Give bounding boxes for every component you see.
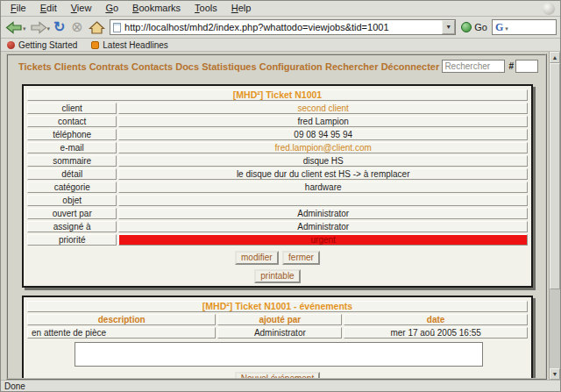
menu-go[interactable]: Go (98, 2, 125, 15)
new-event-button[interactable]: Nouvel événement (235, 372, 320, 380)
bookmarks-toolbar: Getting Started Latest Headlines (1, 39, 560, 52)
menu-tools[interactable]: Tools (188, 2, 224, 15)
back-button[interactable]: ▾ (4, 19, 29, 36)
close-ticket-button[interactable]: fermer (282, 251, 320, 265)
modify-button[interactable]: modifier (235, 251, 279, 265)
web-search-input[interactable] (512, 23, 547, 32)
bookmark-icon (7, 41, 15, 49)
go-icon (461, 22, 472, 32)
priority-value: urgent (118, 234, 528, 246)
row-value: Administrator (118, 208, 528, 219)
nav-statistiques[interactable]: Statistiques (202, 61, 256, 72)
site-navigation: Tickets Clients Contrats Contacts Docs S… (8, 55, 545, 76)
events-table: [MHD²] Ticket N1001 - événements descrip… (25, 299, 529, 340)
scrollbar-track[interactable] (550, 289, 560, 368)
content-viewport: Tickets Clients Contrats Contacts Docs S… (1, 52, 560, 380)
row-value: hardware (118, 182, 528, 193)
page-frame: Tickets Clients Contrats Contacts Docs S… (6, 53, 547, 380)
nav-contrats[interactable]: Contrats (89, 61, 129, 72)
events-title: [MHD²] Ticket N1001 - événements (27, 301, 528, 312)
back-arrow-icon (5, 20, 23, 35)
menu-edit[interactable]: Edit (33, 2, 64, 15)
forward-dropdown-icon[interactable]: ▾ (47, 25, 51, 32)
menu-help[interactable]: Help (224, 2, 259, 15)
nav-rechercher[interactable]: Rechercher (325, 61, 379, 72)
menu-view[interactable]: View (64, 2, 99, 15)
row-label: e-mail (27, 142, 117, 153)
row-label: téléphone (27, 129, 117, 140)
table-row: prioritéurgent (27, 234, 528, 246)
address-url[interactable]: http://localhost/mhd2/index.php?whattodo… (124, 22, 442, 32)
web-search-box[interactable]: G ▾ (492, 19, 557, 35)
forward-button[interactable]: ▾ (29, 19, 53, 36)
stop-button[interactable]: ⊗ (70, 19, 88, 35)
row-value (118, 195, 528, 206)
status-text: Done (4, 381, 25, 391)
bookmark-latest-headlines[interactable]: Latest Headlines (91, 40, 168, 50)
back-dropdown-icon[interactable]: ▾ (23, 25, 26, 32)
bookmark-label: Latest Headlines (103, 40, 168, 50)
vertical-scrollbar[interactable]: ▲ ▼ (549, 52, 560, 380)
event-date: mer 17 aoû 2005 16:55 (344, 327, 528, 339)
menu-file[interactable]: File (4, 2, 33, 15)
events-header-row: description ajouté par date (27, 314, 528, 325)
go-button[interactable]: Go (459, 22, 492, 32)
browser-window: File Edit View Go Bookmarks Tools Help ▾… (0, 0, 561, 392)
forward-arrow-icon (30, 20, 47, 35)
row-label: priorité (27, 234, 117, 246)
printable-button[interactable]: printable (254, 269, 300, 283)
ticket-actions: modifier fermer (25, 247, 529, 266)
row-label: ouvert par (27, 208, 117, 219)
table-row: catégoriehardware (27, 182, 528, 193)
home-icon (89, 20, 105, 35)
table-row: détaille disque dur du client est HS -> … (27, 168, 528, 180)
go-label: Go (474, 22, 487, 32)
ticket-number-label: # (508, 61, 514, 71)
menu-bookmarks[interactable]: Bookmarks (125, 2, 188, 15)
web-page: Tickets Clients Contrats Contacts Docs S… (1, 52, 549, 380)
email-link[interactable]: fred.lampion@client.com (118, 142, 528, 153)
nav-configuration[interactable]: Configuration (259, 61, 323, 72)
nav-tickets[interactable]: Tickets (18, 61, 52, 72)
row-value: disque HS (118, 155, 528, 167)
row-value: 09 08 94 95 94 (118, 129, 528, 140)
site-search-input[interactable] (442, 60, 505, 73)
column-description: description (27, 314, 216, 325)
table-row: téléphone09 08 94 95 94 (27, 129, 528, 140)
address-bar[interactable]: http://localhost/mhd2/index.php?whattodo… (110, 19, 456, 35)
ticket-number-input[interactable] (515, 60, 538, 73)
scroll-up-icon[interactable]: ▲ (550, 52, 560, 63)
search-engine-dropdown-icon[interactable]: ▾ (505, 25, 508, 32)
nav-docs[interactable]: Docs (175, 61, 199, 72)
reload-button[interactable]: ↻ (53, 19, 70, 35)
column-date: date (344, 314, 528, 325)
throbber-icon (543, 3, 555, 15)
table-row: e-mailfred.lampion@client.com (27, 142, 528, 153)
table-row: objet (27, 195, 528, 206)
row-value: le disque dur du client est HS -> à remp… (118, 168, 528, 180)
row-label: sommaire (27, 155, 117, 167)
google-logo-icon: G (495, 21, 503, 34)
nav-contacts[interactable]: Contacts (131, 61, 173, 72)
bookmark-label: Getting Started (18, 40, 77, 50)
table-row: clientsecond client (27, 103, 528, 114)
table-row: assigné àAdministrator (27, 221, 528, 232)
column-added-by: ajouté par (217, 314, 342, 325)
row-label: catégorie (27, 182, 117, 193)
nav-deconnecter[interactable]: Déconnecter (381, 61, 440, 72)
scroll-down-icon[interactable]: ▼ (550, 368, 560, 380)
home-button[interactable] (88, 19, 106, 36)
bookmark-getting-started[interactable]: Getting Started (7, 40, 77, 50)
ticket-title: [MHD²] Ticket N1001 (27, 89, 528, 101)
address-dropdown-icon[interactable]: ▼ (442, 20, 455, 34)
event-description: en attente de pièce (27, 327, 216, 339)
status-bar: Done (1, 380, 560, 391)
live-bookmark-icon (91, 41, 99, 49)
row-value: fred Lampion (118, 116, 528, 127)
row-value: Administrator (118, 221, 528, 232)
new-event-textarea[interactable] (75, 342, 483, 367)
scrollbar-thumb[interactable] (550, 63, 560, 289)
nav-clients[interactable]: Clients (54, 61, 87, 72)
navigation-toolbar: ▾ ▾ ↻ ⊗ http://localhost/mhd2/index.php?… (1, 17, 560, 39)
client-link[interactable]: second client (118, 103, 528, 114)
